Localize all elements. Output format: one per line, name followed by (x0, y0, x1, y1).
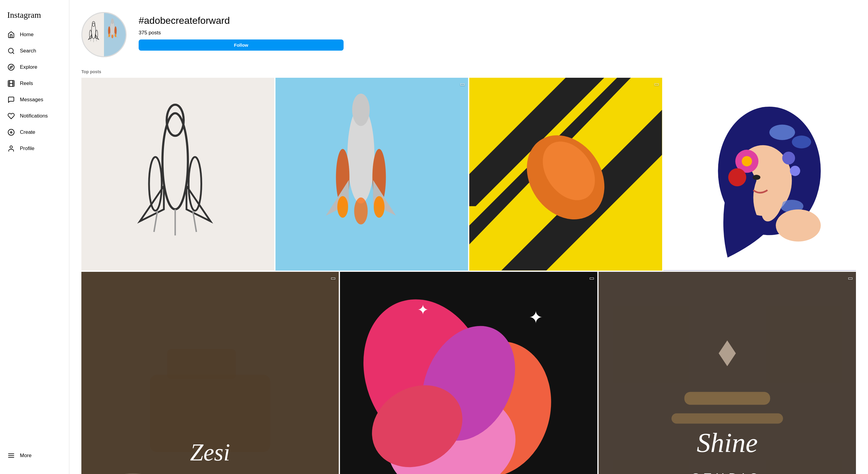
notifications-icon (7, 112, 15, 120)
svg-point-2 (8, 64, 14, 70)
svg-rect-88 (684, 392, 770, 405)
profile-header: #adobecreateforward 375 posts Follow (82, 12, 856, 57)
sidebar-more-label: More (20, 452, 32, 459)
sidebar-item-search[interactable]: Search (4, 43, 65, 59)
svg-point-60 (742, 156, 752, 166)
svg-text:✦: ✦ (417, 302, 429, 318)
sidebar-item-home-label: Home (20, 32, 33, 38)
sidebar-item-explore-label: Explore (20, 64, 37, 70)
svg-point-65 (792, 136, 811, 149)
post-count: 375 posts (138, 30, 344, 36)
profile-info: #adobecreateforward 375 posts Follow (138, 12, 344, 51)
svg-point-46 (352, 94, 370, 126)
multi-photo-icon-6: ▭ (589, 275, 594, 281)
post-image-3 (469, 78, 662, 271)
post-image-5: Zesi HOME (82, 272, 339, 474)
sidebar-item-reels[interactable]: Reels (4, 76, 65, 91)
sidebar-item-profile[interactable]: Profile (4, 141, 65, 156)
post-item-1[interactable] (82, 78, 274, 271)
sidebar-item-create-label: Create (20, 129, 35, 135)
multi-photo-icon-7: ▭ (848, 275, 853, 281)
post-image-6: ✦ ✦ ✦ (340, 272, 597, 474)
svg-point-62 (782, 152, 795, 164)
posts-grid-row2: Zesi HOME ▭ ✦ (82, 272, 856, 474)
top-posts-section: Top posts (82, 69, 856, 474)
svg-point-61 (728, 168, 746, 187)
svg-rect-72 (167, 349, 236, 379)
explore-icon (7, 63, 15, 71)
post-item-3[interactable]: ▭ (469, 78, 662, 271)
multi-photo-icon-2: ▭ (460, 81, 465, 87)
sidebar-item-more[interactable]: More (4, 448, 65, 463)
create-icon (7, 128, 15, 136)
post-item-4[interactable] (663, 78, 856, 271)
post-item-5[interactable]: Zesi HOME ▭ (82, 272, 339, 474)
svg-point-15 (10, 146, 12, 148)
sidebar-nav: Home Search Explore (4, 27, 65, 448)
sidebar-item-search-label: Search (20, 48, 36, 54)
svg-line-1 (13, 53, 14, 54)
post-item-6[interactable]: ✦ ✦ ✦ ▭ (340, 272, 597, 474)
hashtag-avatar (82, 12, 127, 57)
svg-point-58 (752, 175, 761, 180)
follow-button[interactable]: Follow (138, 39, 344, 51)
instagram-logo[interactable]: Instagram (4, 5, 65, 27)
post-item-2[interactable]: ▭ (276, 78, 468, 271)
more-icon (7, 452, 15, 460)
reels-icon (7, 80, 15, 87)
sidebar-item-notifications-label: Notifications (20, 113, 48, 119)
svg-rect-20 (82, 13, 104, 56)
hashtag-title: #adobecreateforward (138, 15, 344, 26)
sidebar-item-profile-label: Profile (20, 146, 34, 152)
svg-text:STUDIO: STUDIO (692, 471, 763, 474)
sidebar-item-messages-label: Messages (20, 97, 43, 103)
svg-point-33 (108, 34, 110, 37)
sidebar-item-create[interactable]: Create (4, 125, 65, 140)
svg-text:✦: ✦ (529, 307, 543, 327)
svg-text:Zesi: Zesi (190, 439, 230, 466)
svg-rect-89 (672, 413, 783, 423)
sidebar-item-home[interactable]: Home (4, 27, 65, 42)
sidebar-item-messages[interactable]: Messages (4, 92, 65, 107)
svg-point-49 (337, 196, 348, 218)
svg-point-51 (354, 197, 368, 224)
sidebar-item-reels-label: Reels (20, 81, 33, 87)
posts-grid-row1: ▭ ▭ (82, 78, 856, 271)
sidebar: Instagram Home Search (0, 0, 69, 474)
svg-marker-3 (10, 66, 12, 68)
section-label: Top posts (82, 69, 856, 74)
messages-icon (7, 96, 15, 104)
svg-point-50 (374, 196, 384, 218)
svg-point-68 (776, 210, 821, 242)
svg-point-30 (111, 19, 114, 24)
post-image-1 (82, 78, 274, 271)
main-content: #adobecreateforward 375 posts Follow Top… (69, 0, 868, 474)
svg-point-35 (112, 34, 113, 38)
search-icon (7, 47, 15, 55)
svg-point-64 (769, 125, 795, 140)
svg-text:Shine: Shine (697, 427, 758, 458)
post-image-4 (663, 78, 856, 271)
sidebar-item-explore[interactable]: Explore (4, 60, 65, 75)
multi-photo-icon-5: ▭ (331, 275, 336, 281)
avatar-image (82, 12, 126, 57)
sidebar-item-notifications[interactable]: Notifications (4, 108, 65, 124)
post-image-2 (276, 78, 468, 271)
sidebar-bottom: More (4, 448, 65, 469)
post-image-7: Shine STUDIO (598, 272, 856, 474)
post-item-7[interactable]: Shine STUDIO ▭ (598, 272, 856, 474)
svg-point-34 (115, 34, 116, 37)
profile-icon (7, 145, 15, 153)
svg-point-63 (789, 166, 800, 176)
multi-photo-icon-3: ▭ (654, 81, 659, 87)
home-icon (7, 31, 15, 38)
